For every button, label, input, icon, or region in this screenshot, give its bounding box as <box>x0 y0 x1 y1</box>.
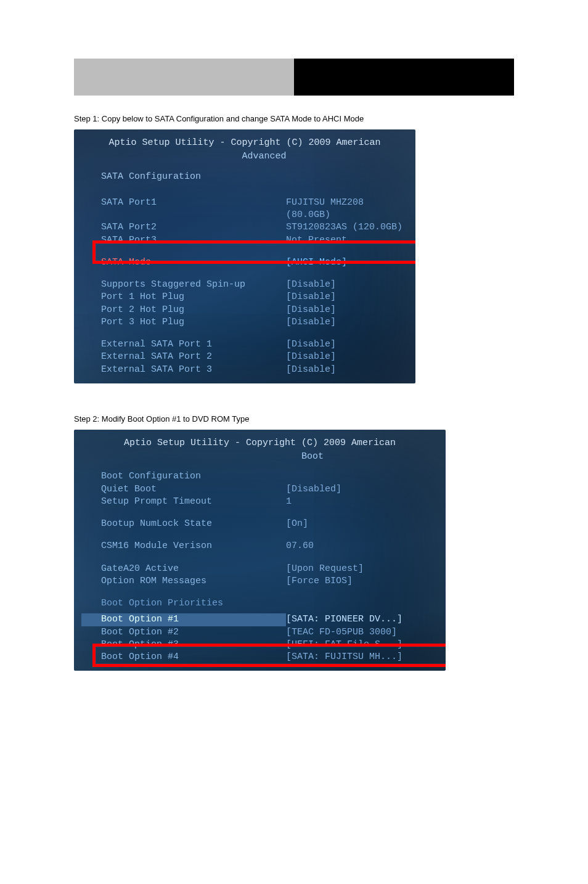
bios1-opt1-value: [Disable] <box>286 291 408 303</box>
bios2-tab-boot: Boot <box>301 451 324 462</box>
table-row[interactable]: External SATA Port 1 [Disable] <box>81 338 408 351</box>
bios1-tab-advanced: Advanced <box>242 151 287 162</box>
bios1-ext0-value: [Disable] <box>286 338 408 351</box>
table-row: CSM16 Module Verison 07.60 <box>81 540 438 552</box>
table-row[interactable]: Quiet Boot [Disabled] <box>81 483 438 496</box>
step2-prefix: Step 2: <box>74 414 99 424</box>
table-row[interactable]: Bootup NumLock State [On] <box>81 518 438 530</box>
table-row[interactable]: GateA20 Active [Upon Request] <box>81 563 438 575</box>
table-row[interactable]: External SATA Port 2 [Disable] <box>81 351 408 363</box>
table-row[interactable]: Boot Option #2 [TEAC FD-05PUB 3000] <box>81 626 438 639</box>
table-row[interactable]: Supports Staggered Spin-up [Disable] <box>81 279 408 291</box>
highlight-box-boot-option-1 <box>92 644 446 667</box>
bios-screenshot-2: Aptio Setup Utility - Copyright (C) 2009… <box>74 430 446 671</box>
bios1-ext1-value: [Disable] <box>286 351 408 363</box>
step1-prefix: Step 1: <box>74 114 99 123</box>
bios1-section-header: SATA Configuration <box>81 171 408 183</box>
bios2-opt1-label: Boot Option #1 <box>81 613 286 626</box>
bios1-port2-value: ST9120823AS (120.0GB) <box>286 221 408 234</box>
bios1-opt3-label: Port 3 Hot Plug <box>81 316 286 329</box>
bios2-gatea20-label: GateA20 Active <box>81 563 286 575</box>
step1-text: Copy below to SATA Configuration and cha… <box>102 114 364 123</box>
bios1-opt2-value: [Disable] <box>286 304 408 316</box>
bios1-port2-label: SATA Port2 <box>81 221 286 234</box>
bios2-prompttimeout-label: Setup Prompt Timeout <box>81 496 286 508</box>
bios1-port1-label: SATA Port1 <box>81 197 286 222</box>
table-row: SATA Port1 FUJITSU MHZ208 (80.0GB) <box>81 197 408 222</box>
bios2-title: Aptio Setup Utility - Copyright (C) 2009… <box>81 437 438 449</box>
bios1-ext2-value: [Disable] <box>286 364 408 376</box>
step2-text: Modify Boot Option #1 to DVD ROM Type <box>102 414 250 424</box>
bios2-quietboot-label: Quiet Boot <box>81 483 286 496</box>
table-row[interactable]: Port 2 Hot Plug [Disable] <box>81 304 408 316</box>
bios1-opt3-value: [Disable] <box>286 316 408 329</box>
bios2-opt2-value: [TEAC FD-05PUB 3000] <box>286 626 438 639</box>
bios1-ext2-label: External SATA Port 3 <box>81 364 286 376</box>
bios1-opt0-value: [Disable] <box>286 279 408 291</box>
bios2-tabs: Boot <box>81 451 438 463</box>
bios1-ext0-label: External SATA Port 1 <box>81 338 286 351</box>
bios2-numlock-label: Bootup NumLock State <box>81 518 286 530</box>
table-row[interactable]: Port 3 Hot Plug [Disable] <box>81 316 408 329</box>
bios1-tabs: Advanced <box>81 150 408 163</box>
bios2-bootcfg-value <box>286 470 438 483</box>
header-bar <box>74 59 514 96</box>
header-left-block <box>74 59 294 96</box>
bios2-optrom-label: Option ROM Messages <box>81 575 286 587</box>
bios1-ext1-label: External SATA Port 2 <box>81 351 286 363</box>
table-row: SATA Port2 ST9120823AS (120.0GB) <box>81 221 408 234</box>
bios2-bootcfg-label: Boot Configuration <box>81 470 286 483</box>
bios-screenshot-1: Aptio Setup Utility - Copyright (C) 2009… <box>74 129 415 383</box>
bios1-opt0-label: Supports Staggered Spin-up <box>81 279 286 291</box>
table-row[interactable]: Port 1 Hot Plug [Disable] <box>81 291 408 303</box>
step2-line: Step 2: Modify Boot Option #1 to DVD ROM… <box>74 414 514 424</box>
bios2-csm-value: 07.60 <box>286 540 438 552</box>
table-row[interactable]: External SATA Port 3 [Disable] <box>81 364 408 376</box>
table-row[interactable]: Setup Prompt Timeout 1 <box>81 496 438 508</box>
table-row: Boot Configuration <box>81 470 438 483</box>
bios1-port1-value: FUJITSU MHZ208 (80.0GB) <box>286 197 408 222</box>
bios2-csm-label: CSM16 Module Verison <box>81 540 286 552</box>
bios2-quietboot-value: [Disabled] <box>286 483 438 496</box>
bios1-opt2-label: Port 2 Hot Plug <box>81 304 286 316</box>
bios2-numlock-value: [On] <box>286 518 438 530</box>
bios2-prio-header: Boot Option Priorities <box>81 597 438 610</box>
bios2-opt1-value: [SATA: PIONEER DV...] <box>286 613 438 626</box>
bios1-opt1-label: Port 1 Hot Plug <box>81 291 286 303</box>
bios2-optrom-value: [Force BIOS] <box>286 575 438 587</box>
table-row[interactable]: Option ROM Messages [Force BIOS] <box>81 575 438 587</box>
bios2-boot-option-1-row[interactable]: Boot Option #1 [SATA: PIONEER DV...] <box>81 613 438 626</box>
bios2-prompttimeout-value: 1 <box>286 496 438 508</box>
bios1-title: Aptio Setup Utility - Copyright (C) 2009… <box>81 137 408 149</box>
bios2-gatea20-value: [Upon Request] <box>286 563 438 575</box>
header-right-block <box>294 59 514 96</box>
step1-line: Step 1: Copy below to SATA Configuration… <box>74 114 514 123</box>
bios2-opt2-label: Boot Option #2 <box>81 626 286 639</box>
highlight-box-sata-mode <box>92 240 415 264</box>
